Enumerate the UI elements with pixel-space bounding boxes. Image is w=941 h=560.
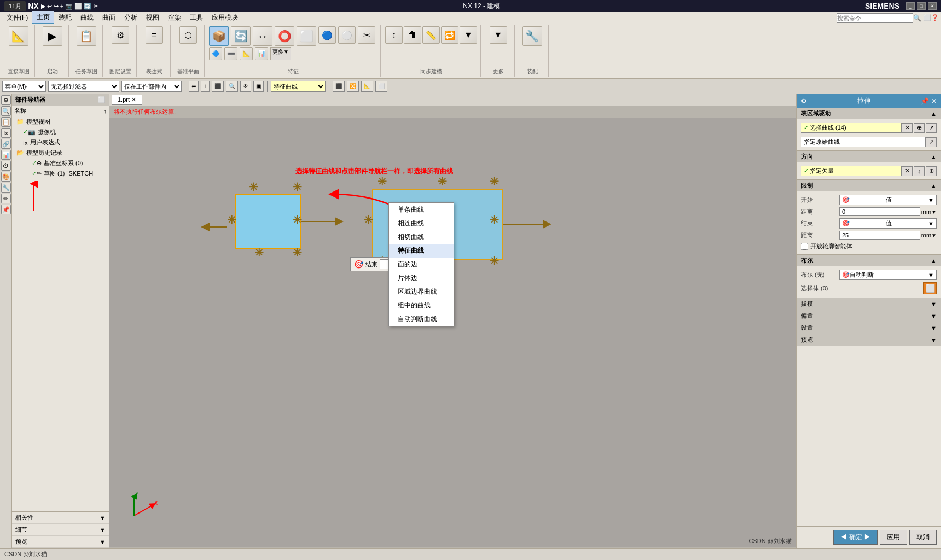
menu-file[interactable]: 文件(F) xyxy=(2,12,32,24)
section-boolean-header[interactable]: 布尔 ▲ xyxy=(797,255,941,266)
menu-render[interactable]: 渲染 xyxy=(164,12,185,24)
tree-sketch[interactable]: ✓ ✏ 草图 (1) "SKETCH xyxy=(12,168,109,179)
drawing-area[interactable]: ✳ ✳ ✳ ✳ ✳ ✳ ✳ ✳ ✳ ✳ ✳ ✳ ✳ ✳ xyxy=(109,118,796,547)
draft-icon[interactable]: 📊 xyxy=(255,47,268,60)
section-direction-header[interactable]: 方向 ▲ xyxy=(797,151,941,162)
cylinder-icon[interactable]: 🔵 xyxy=(318,26,336,44)
side-icon-10[interactable]: ✏ xyxy=(1,194,11,203)
menu-selector[interactable]: 菜单(M)· xyxy=(2,81,46,92)
side-icon-5[interactable]: 🔗 xyxy=(1,139,11,149)
window-controls[interactable]: _ □ ✕ xyxy=(906,2,937,10)
menu-home[interactable]: 主页 xyxy=(32,11,54,24)
dropdown-tangent-curve[interactable]: 相切曲线 xyxy=(389,230,454,244)
apply-button[interactable]: 应用 xyxy=(880,530,907,545)
section-preview[interactable]: 预览 ▼ xyxy=(12,536,109,548)
ok-button[interactable]: ◀ 确定 ▶ xyxy=(833,530,878,545)
right-panel-settings-icon[interactable]: ⚙ xyxy=(801,97,807,105)
delete-face-icon[interactable]: 🗑 xyxy=(404,26,421,44)
dropdown-feature-curve[interactable]: 特征曲线 xyxy=(389,244,454,258)
search-input[interactable] xyxy=(837,13,913,23)
task-env-icon[interactable]: 📋 xyxy=(77,26,96,46)
side-icon-11[interactable]: 📌 xyxy=(1,205,11,214)
section-offset[interactable]: 偏置 ▼ xyxy=(797,310,941,322)
direct-sketch-icon[interactable]: 📐 xyxy=(9,26,28,46)
dropdown-sheet-edge[interactable]: 片体边 xyxy=(389,271,454,285)
dropdown-single-curve[interactable]: 单条曲线 xyxy=(389,203,454,217)
menu-tools[interactable]: 工具 xyxy=(185,12,207,24)
tree-datum-cs[interactable]: ✓ ⊕ 基准坐标系 (0) xyxy=(12,158,109,168)
select-body-btn[interactable]: ⬜ xyxy=(923,282,937,294)
menu-assembly[interactable]: 装配 xyxy=(54,12,76,24)
extract-icon[interactable]: 🔷 xyxy=(209,47,222,60)
menu-analysis[interactable]: 分析 xyxy=(120,12,142,24)
section-related[interactable]: 相关性 ▼ xyxy=(12,512,109,524)
menu-apps[interactable]: 应用模块 xyxy=(207,12,242,24)
section-surface-drive-header[interactable]: 表区域驱动 ▲ xyxy=(797,108,941,119)
toolbar-btn1[interactable]: ⬅ xyxy=(189,81,199,92)
toolbar-btn2[interactable]: + xyxy=(201,81,210,92)
side-icon-4[interactable]: fx xyxy=(1,128,11,138)
smart-volume-check[interactable] xyxy=(801,243,808,250)
canvas-tab-1prt[interactable]: 1.prt ✕ xyxy=(112,95,142,105)
hole-icon[interactable]: ⭕ xyxy=(275,26,294,46)
specify-vector-value[interactable]: ✓ 指定矢量 xyxy=(801,166,902,176)
tree-sort-icon[interactable]: ↑ xyxy=(104,108,107,114)
start-icon[interactable]: ▶ xyxy=(43,26,62,46)
side-icon-9[interactable]: 🔧 xyxy=(1,183,11,192)
toolbar-extra4[interactable]: ⬜ xyxy=(375,81,387,92)
section-draft[interactable]: 拔模 ▼ xyxy=(797,298,941,310)
boolean-type-value[interactable]: 🎯 自动判断 ▼ xyxy=(839,270,937,280)
assembly-icon[interactable]: 🔧 xyxy=(522,26,542,46)
tree-camera[interactable]: ✓ 📷 摄像机 xyxy=(12,127,109,137)
more-sync-btn[interactable]: ▼ xyxy=(460,26,477,44)
transform-icon[interactable]: ↔ xyxy=(253,26,272,46)
trim-icon[interactable]: ✂ xyxy=(358,26,375,44)
toolbar-btn3[interactable]: ⬛ xyxy=(212,81,224,92)
end-dist-value[interactable]: 25 xyxy=(839,231,920,240)
replace-face-icon[interactable]: 🔁 xyxy=(441,26,458,44)
toolbar-extra3[interactable]: 📐 xyxy=(361,81,373,92)
dropdown-group-curve[interactable]: 组中的曲线 xyxy=(389,299,454,312)
section-settings[interactable]: 设置 ▼ xyxy=(797,322,941,334)
toolbar-btn4[interactable]: 🔍 xyxy=(226,81,238,92)
maximize-btn[interactable]: □ xyxy=(917,2,926,10)
rect-icon[interactable]: ⬜ xyxy=(297,26,316,46)
orig-curve-action-btn[interactable]: ↗ xyxy=(926,137,937,147)
dropdown-auto-curve[interactable]: 自动判断曲线 xyxy=(389,312,454,326)
cancel-button[interactable]: 取消 xyxy=(909,530,937,545)
scope-selector[interactable]: 仅在工作部件内 xyxy=(121,81,182,92)
search-icon[interactable]: 🔍 xyxy=(913,14,921,22)
extrude-icon[interactable]: 📦 xyxy=(209,26,229,46)
clear-curve-btn[interactable]: ✕ xyxy=(902,123,913,133)
start-value[interactable]: 🎯 值 ▼ xyxy=(839,195,937,205)
more-features-btn[interactable]: 更多▼ xyxy=(270,47,291,60)
menu-curve[interactable]: 曲线 xyxy=(76,12,98,24)
dropdown-face-edge[interactable]: 面的边 xyxy=(389,258,454,271)
subtract-icon[interactable]: ➖ xyxy=(224,47,237,60)
chamfer-icon[interactable]: 📐 xyxy=(240,47,253,60)
side-icon-1[interactable]: ⚙ xyxy=(1,95,11,105)
toolbar-btn6[interactable]: ▣ xyxy=(253,81,264,92)
revolve-icon[interactable]: 🔄 xyxy=(231,26,251,46)
section-preview-right[interactable]: 预览 ▼ xyxy=(797,334,941,346)
section-details[interactable]: 细节 ▼ xyxy=(12,524,109,536)
dropdown-region-boundary[interactable]: 区域边界曲线 xyxy=(389,285,454,299)
dropdown-connected-curve[interactable]: 相连曲线 xyxy=(389,217,454,230)
vector-add-btn[interactable]: ⊕ xyxy=(926,166,937,176)
close-btn[interactable]: ✕ xyxy=(928,2,937,10)
end-value[interactable]: 🎯 值 ▼ xyxy=(839,218,937,229)
side-icon-6[interactable]: 📊 xyxy=(1,150,11,160)
select-curve-action-btn[interactable]: ↗ xyxy=(926,123,937,133)
tree-user-expr[interactable]: fx 用户表达式 xyxy=(12,137,109,148)
toolbar-extra1[interactable]: ⬛ xyxy=(333,81,345,92)
side-icon-2[interactable]: 🔍 xyxy=(1,106,11,116)
start-dist-value[interactable]: 0 xyxy=(839,207,920,216)
offset-region-icon[interactable]: 📏 xyxy=(422,26,440,44)
minimize-btn[interactable]: _ xyxy=(906,2,915,10)
right-panel-close-icon[interactable]: ✕ xyxy=(931,97,937,105)
menu-view[interactable]: 视图 xyxy=(142,12,164,24)
expression-icon[interactable]: = xyxy=(146,26,163,44)
datum-plane-icon[interactable]: ⬡ xyxy=(179,26,197,44)
menu-surface[interactable]: 曲面 xyxy=(98,12,120,24)
side-icon-3[interactable]: 📋 xyxy=(1,117,11,127)
